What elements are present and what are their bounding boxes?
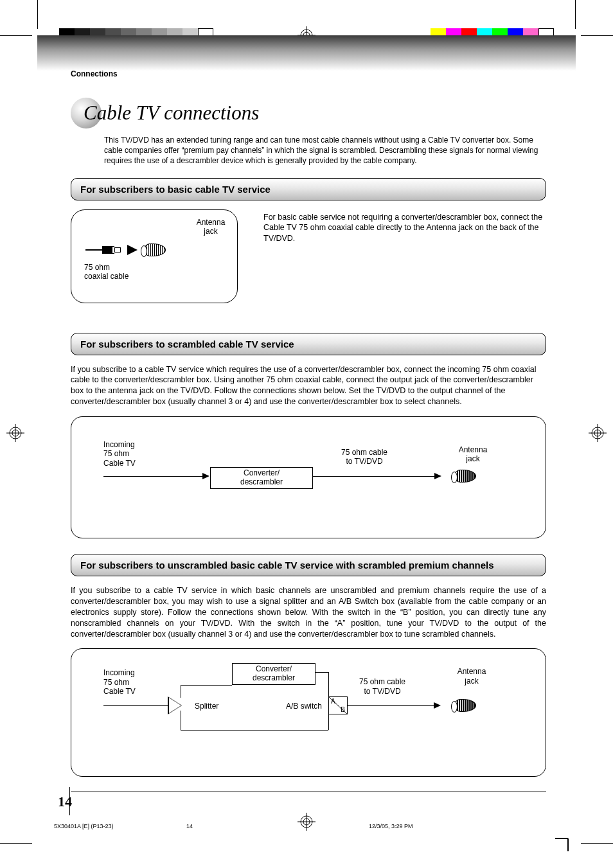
section1-heading: For subscribers to basic cable TV servic… bbox=[71, 178, 546, 200]
section2-heading: For subscribers to scrambled cable TV se… bbox=[71, 333, 546, 355]
registration-mark-icon bbox=[589, 424, 607, 445]
page-title: Cable TV connections bbox=[84, 102, 259, 125]
label-incoming-cable: Incoming75 ohmCable TV bbox=[103, 668, 136, 696]
crop-mark-corner bbox=[555, 832, 574, 854]
label-ab-switch: A/B switch bbox=[286, 702, 322, 711]
section3-heading: For subscribers to unscrambled basic cab… bbox=[71, 554, 546, 576]
converter-box: Converter/descrambler bbox=[210, 467, 313, 489]
section2-text: If you subscribe to a cable TV service w… bbox=[71, 364, 546, 408]
arrow-right-icon bbox=[202, 473, 209, 479]
label-antenna-jack: Antennajack bbox=[450, 445, 495, 464]
label-cable-to-tv: 75 ohm cableto TV/DVD bbox=[341, 448, 387, 466]
label-cable-to-tv: 75 ohm cableto TV/DVD bbox=[359, 677, 405, 696]
section2-heading-text: For subscribers to scrambled cable TV se… bbox=[80, 339, 537, 350]
section1-text: For basic cable service not requiring a … bbox=[263, 209, 546, 245]
label-coax-cable: 75 ohmcoaxial cable bbox=[84, 263, 129, 281]
intro-paragraph: This TV/DVD has an extended tuning range… bbox=[104, 135, 546, 166]
crop-mark bbox=[581, 843, 613, 844]
page-footer-rule bbox=[71, 792, 546, 792]
label-b: B bbox=[341, 706, 345, 713]
imprint-center: 14 bbox=[186, 823, 193, 829]
arrow-right-icon bbox=[434, 702, 441, 709]
arrow-right-icon bbox=[127, 245, 138, 255]
crop-mark bbox=[0, 843, 32, 844]
label-antenna-jack: Antennajack bbox=[188, 218, 233, 236]
diagram-basic-cable: Antennajack 75 ohmcoaxial cable bbox=[71, 209, 238, 303]
ab-switch-box: A B bbox=[328, 696, 348, 714]
antenna-jack-icon bbox=[144, 244, 166, 256]
antenna-jack-icon bbox=[454, 470, 476, 483]
page-number: 14 bbox=[58, 793, 72, 810]
diagram-scrambled-cable: Incoming75 ohmCable TV Converter/descram… bbox=[71, 416, 546, 538]
diagram-premium-cable: Incoming75 ohmCable TV Splitter Converte… bbox=[71, 648, 546, 777]
label-splitter: Splitter bbox=[195, 702, 218, 711]
coax-plug-icon bbox=[85, 246, 121, 254]
label-incoming-cable: Incoming75 ohmCable TV bbox=[103, 440, 136, 468]
section-label: Connections bbox=[71, 69, 546, 78]
section1-heading-text: For subscribers to basic cable TV servic… bbox=[80, 184, 537, 195]
section3-text: If you subscribe to a cable TV service i… bbox=[71, 585, 546, 639]
label-a: A bbox=[331, 698, 335, 705]
converter-box: Converter/descrambler bbox=[232, 663, 315, 685]
registration-mark-icon bbox=[6, 424, 24, 445]
arrow-right-icon bbox=[434, 473, 441, 479]
splitter-icon bbox=[168, 696, 182, 714]
section3-heading-text: For subscribers to unscrambled basic cab… bbox=[80, 560, 537, 571]
antenna-jack-icon bbox=[454, 699, 476, 712]
registration-mark-icon bbox=[298, 813, 315, 833]
imprint-right: 12/3/05, 3:29 PM bbox=[369, 823, 413, 829]
label-antenna-jack: Antennajack bbox=[449, 667, 494, 686]
